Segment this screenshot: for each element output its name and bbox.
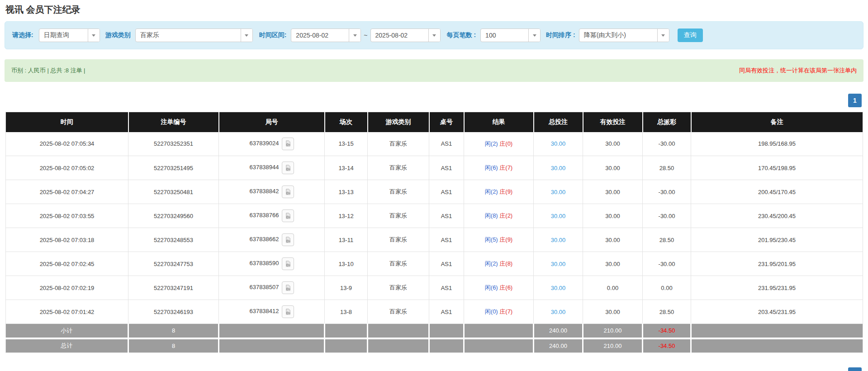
cell-valid-bet: 30.00: [583, 228, 643, 252]
grand-total-valid-bet: 210.00: [583, 338, 643, 353]
cell-remark: 200.45/170.45: [691, 180, 863, 204]
cell-time: 2025-08-02 07:05:02: [6, 156, 128, 180]
game-category-label: 游戏类别: [105, 31, 131, 39]
header-bet-id: 注单编号: [128, 112, 219, 132]
page-1-button[interactable]: 1: [848, 367, 862, 371]
cell-session: 13-13: [325, 180, 368, 204]
header-table-no: 桌号: [429, 112, 464, 132]
cell-remark: 230.45/200.45: [691, 204, 863, 228]
cell-bet-id: 522703246193: [128, 300, 219, 324]
total-bet-link[interactable]: 30.00: [551, 213, 566, 219]
cell-valid-bet: 0.00: [583, 276, 643, 300]
total-bet-link[interactable]: 30.00: [551, 165, 566, 171]
video-record-button[interactable]: [282, 257, 294, 270]
subtotal-row: 小计 8 240.00 210.00 -34.50: [6, 324, 863, 338]
per-page-value: 100: [481, 32, 528, 39]
search-button[interactable]: 查询: [678, 29, 703, 42]
total-bet-link[interactable]: 30.00: [551, 140, 566, 147]
cell-total-bet: 30.00: [534, 156, 583, 180]
cell-round-id: 637838662: [219, 228, 325, 252]
cell-bet-id: 522703252351: [128, 132, 219, 156]
time-sort-select[interactable]: 降冪(由大到小): [579, 29, 669, 42]
cell-valid-bet: 30.00: [583, 156, 643, 180]
video-record-button[interactable]: [282, 233, 294, 246]
cell-round-id: 637838590: [219, 252, 325, 276]
cell-game-category: 百家乐: [368, 276, 429, 300]
round-id-value: 637838766: [249, 212, 279, 219]
video-record-button[interactable]: [282, 209, 294, 222]
result-banker: 庄(0): [499, 140, 512, 147]
result-player: 闲(0): [485, 308, 498, 315]
film-icon: [285, 213, 291, 219]
page-1-button[interactable]: 1: [848, 94, 862, 107]
cell-bet-id: 522703247753: [128, 252, 219, 276]
film-icon: [285, 189, 291, 195]
total-bet-link[interactable]: 30.00: [551, 189, 566, 195]
round-id-value: 637838590: [249, 260, 279, 266]
cell-payout: 0.00: [643, 276, 691, 300]
film-icon: [285, 237, 291, 243]
cell-table-no: AS1: [429, 204, 464, 228]
date-to-select[interactable]: 2025-08-02: [370, 29, 441, 42]
result-banker: 庄(8): [499, 260, 512, 267]
result-banker: 庄(9): [499, 188, 512, 195]
cell-result: 闲(2) 庄(9): [464, 180, 534, 204]
game-category-select[interactable]: 百家乐: [135, 29, 253, 42]
cell-valid-bet: 30.00: [583, 132, 643, 156]
cell-time: 2025-08-02 07:02:19: [6, 276, 128, 300]
table-summary: 小计 8 240.00 210.00 -34.50 总计 8 240.00 21…: [6, 324, 863, 353]
table-row: 2025-08-02 07:05:02 522703251495 6378389…: [6, 156, 863, 180]
cell-remark: 203.45/231.95: [691, 300, 863, 324]
video-record-button[interactable]: [282, 162, 294, 174]
currency-total-text: 币别 : 人民币 | 总共 :8 注单 |: [11, 67, 85, 75]
cell-valid-bet: 30.00: [583, 252, 643, 276]
game-category-value: 百家乐: [136, 31, 241, 39]
query-type-select[interactable]: 日期查询: [39, 29, 100, 42]
result-player: 闲(2): [485, 260, 498, 267]
total-bet-link[interactable]: 30.00: [551, 237, 566, 243]
cell-session: 13-10: [325, 252, 368, 276]
cell-total-bet: 30.00: [534, 132, 583, 156]
result-player: 闲(8): [485, 212, 498, 219]
header-game-category: 游戏类别: [368, 112, 429, 132]
cell-table-no: AS1: [429, 300, 464, 324]
result-player: 闲(5): [485, 236, 498, 243]
cell-table-no: AS1: [429, 252, 464, 276]
header-valid-bet: 有效投注: [583, 112, 643, 132]
date-from-select[interactable]: 2025-08-02: [291, 29, 361, 42]
chevron-down-icon: [88, 29, 100, 42]
total-bet-link[interactable]: 30.00: [551, 309, 566, 315]
video-record-button[interactable]: [282, 281, 294, 294]
table-row: 2025-08-02 07:05:34 522703252351 6378390…: [6, 132, 863, 156]
total-bet-link[interactable]: 30.00: [551, 285, 566, 291]
round-id-value: 637838412: [249, 308, 279, 314]
cell-table-no: AS1: [429, 132, 464, 156]
header-round-id: 局号: [219, 112, 325, 132]
cell-time: 2025-08-02 07:03:55: [6, 204, 128, 228]
header-remark: 备注: [691, 112, 863, 132]
cell-round-id: 637838412: [219, 300, 325, 324]
grand-total-count: 8: [128, 338, 219, 353]
cell-remark: 231.95/231.95: [691, 276, 863, 300]
cell-session: 13-12: [325, 204, 368, 228]
cell-session: 13-8: [325, 300, 368, 324]
result-player: 闲(6): [485, 164, 498, 171]
cell-game-category: 百家乐: [368, 300, 429, 324]
cell-table-no: AS1: [429, 180, 464, 204]
cell-valid-bet: 30.00: [583, 300, 643, 324]
subtotal-label: 小计: [6, 324, 128, 338]
video-record-button[interactable]: [282, 186, 294, 198]
video-record-button[interactable]: [282, 305, 294, 318]
cell-remark: 231.95/201.95: [691, 252, 863, 276]
per-page-select[interactable]: 100: [480, 29, 541, 42]
total-bet-link[interactable]: 30.00: [551, 261, 566, 267]
video-record-button[interactable]: [282, 138, 294, 150]
date-from-value: 2025-08-02: [291, 32, 349, 39]
grand-total-payout: -34.50: [643, 338, 691, 353]
cell-game-category: 百家乐: [368, 156, 429, 180]
table-row: 2025-08-02 07:03:55 522703249560 6378387…: [6, 204, 863, 228]
header-total-bet: 总投注: [534, 112, 583, 132]
cell-table-no: AS1: [429, 156, 464, 180]
result-player: 闲(2): [485, 140, 498, 147]
cell-result: 闲(6) 庄(6): [464, 276, 534, 300]
